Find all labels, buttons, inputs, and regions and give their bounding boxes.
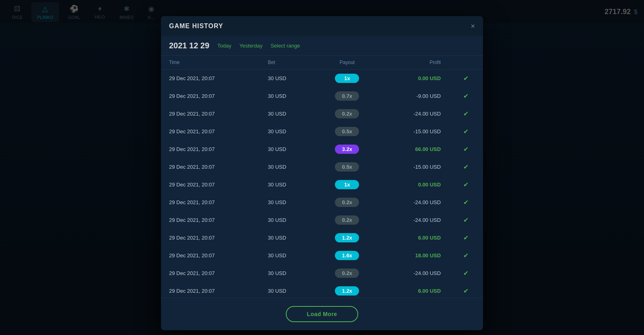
- cell-time: 29 Dec 2021, 20:07: [161, 141, 260, 158]
- cell-profit: -24.00 USD: [379, 105, 449, 123]
- modal-overlay: GAME HISTORY × 2021 12 29 Today Yesterda…: [0, 0, 644, 335]
- cell-payout: 0.2x: [315, 105, 379, 123]
- cell-verify: ✔: [449, 158, 483, 176]
- cell-time: 29 Dec 2021, 20:07: [161, 70, 260, 87]
- cell-bet: 30 USD: [260, 158, 315, 176]
- verify-icon: ✔: [463, 181, 469, 188]
- table-row[interactable]: 29 Dec 2021, 20:07 30 USD 1.2x 6.00 USD …: [161, 282, 483, 298]
- cell-time: 29 Dec 2021, 20:07: [161, 87, 260, 105]
- cell-payout: 0.2x: [315, 194, 379, 211]
- verify-icon: ✔: [463, 110, 469, 117]
- cell-profit: 6.00 USD: [379, 229, 449, 247]
- cell-time: 29 Dec 2021, 20:07: [161, 229, 260, 247]
- date-filter-row: 2021 12 29 Today Yesterday Select range: [161, 36, 483, 56]
- table-row[interactable]: 29 Dec 2021, 20:07 30 USD 0.7x -9.00 USD…: [161, 87, 483, 105]
- verify-icon: ✔: [463, 199, 469, 206]
- col-header-time: Time: [161, 56, 260, 70]
- verify-icon: ✔: [463, 234, 469, 241]
- cell-bet: 30 USD: [260, 282, 315, 298]
- cell-verify: ✔: [449, 70, 483, 87]
- payout-badge: 0.7x: [335, 91, 359, 101]
- cell-profit: -15.00 USD: [379, 158, 449, 176]
- payout-badge: 1.2x: [335, 233, 359, 242]
- table-row[interactable]: 29 Dec 2021, 20:07 30 USD 1.6x 18.00 USD…: [161, 247, 483, 265]
- load-more-container: Load More: [161, 298, 483, 330]
- table-row[interactable]: 29 Dec 2021, 20:07 30 USD 0.2x -24.00 US…: [161, 211, 483, 229]
- cell-verify: ✔: [449, 141, 483, 158]
- cell-verify: ✔: [449, 247, 483, 265]
- table-row[interactable]: 29 Dec 2021, 20:07 30 USD 0.2x -24.00 US…: [161, 265, 483, 282]
- verify-icon: ✔: [463, 93, 469, 99]
- date-display: 2021 12 29: [169, 41, 209, 50]
- payout-badge: 0.2x: [335, 215, 359, 225]
- payout-badge: 0.5x: [335, 162, 359, 172]
- cell-profit: 0.00 USD: [379, 176, 449, 194]
- table-row[interactable]: 29 Dec 2021, 20:07 30 USD 0.5x -15.00 US…: [161, 158, 483, 176]
- game-history-modal: GAME HISTORY × 2021 12 29 Today Yesterda…: [161, 16, 483, 330]
- cell-payout: 1.2x: [315, 282, 379, 298]
- payout-badge: 1x: [335, 74, 359, 83]
- history-table-container[interactable]: Time Bet Payout Profit 29 Dec 2021, 20:0…: [161, 56, 483, 298]
- today-button[interactable]: Today: [217, 43, 231, 49]
- cell-bet: 30 USD: [260, 194, 315, 211]
- modal-title: GAME HISTORY: [169, 23, 223, 30]
- cell-time: 29 Dec 2021, 20:07: [161, 282, 260, 298]
- cell-verify: ✔: [449, 123, 483, 141]
- history-table: Time Bet Payout Profit 29 Dec 2021, 20:0…: [161, 56, 483, 298]
- table-row[interactable]: 29 Dec 2021, 20:07 30 USD 0.5x -15.00 US…: [161, 123, 483, 141]
- cell-profit: -9.00 USD: [379, 87, 449, 105]
- cell-payout: 1.6x: [315, 247, 379, 265]
- cell-payout: 0.7x: [315, 87, 379, 105]
- verify-icon: ✔: [463, 217, 469, 223]
- table-row[interactable]: 29 Dec 2021, 20:07 30 USD 0.2x -24.00 US…: [161, 105, 483, 123]
- cell-bet: 30 USD: [260, 211, 315, 229]
- cell-profit: 18.00 USD: [379, 247, 449, 265]
- table-row[interactable]: 29 Dec 2021, 20:07 30 USD 3.2x 66.00 USD…: [161, 141, 483, 158]
- table-row[interactable]: 29 Dec 2021, 20:07 30 USD 0.2x -24.00 US…: [161, 194, 483, 211]
- verify-icon: ✔: [463, 146, 469, 153]
- cell-bet: 30 USD: [260, 141, 315, 158]
- cell-time: 29 Dec 2021, 20:07: [161, 176, 260, 194]
- payout-badge: 0.2x: [335, 109, 359, 118]
- payout-badge: 3.2x: [335, 145, 359, 154]
- cell-bet: 30 USD: [260, 70, 315, 87]
- payout-badge: 0.5x: [335, 127, 359, 136]
- payout-badge: 0.2x: [335, 269, 359, 278]
- cell-payout: 1x: [315, 176, 379, 194]
- table-row[interactable]: 29 Dec 2021, 20:07 30 USD 1x 0.00 USD ✔: [161, 70, 483, 87]
- cell-verify: ✔: [449, 176, 483, 194]
- cell-bet: 30 USD: [260, 247, 315, 265]
- cell-verify: ✔: [449, 87, 483, 105]
- cell-time: 29 Dec 2021, 20:07: [161, 105, 260, 123]
- cell-profit: -24.00 USD: [379, 265, 449, 282]
- yesterday-button[interactable]: Yesterday: [239, 43, 262, 49]
- payout-badge: 0.2x: [335, 198, 359, 207]
- cell-profit: 0.00 USD: [379, 70, 449, 87]
- cell-time: 29 Dec 2021, 20:07: [161, 211, 260, 229]
- load-more-button[interactable]: Load More: [286, 306, 358, 322]
- col-header-profit: Profit: [379, 56, 449, 70]
- verify-icon: ✔: [463, 75, 469, 82]
- cell-time: 29 Dec 2021, 20:07: [161, 123, 260, 141]
- verify-icon: ✔: [463, 163, 469, 170]
- col-header-payout: Payout: [315, 56, 379, 70]
- cell-payout: 3.2x: [315, 141, 379, 158]
- col-header-bet: Bet: [260, 56, 315, 70]
- cell-payout: 1x: [315, 70, 379, 87]
- cell-bet: 30 USD: [260, 87, 315, 105]
- verify-icon: ✔: [463, 252, 469, 259]
- cell-payout: 0.2x: [315, 211, 379, 229]
- cell-bet: 30 USD: [260, 229, 315, 247]
- cell-payout: 0.5x: [315, 158, 379, 176]
- select-range-button[interactable]: Select range: [270, 43, 300, 49]
- modal-close-button[interactable]: ×: [471, 23, 475, 30]
- cell-verify: ✔: [449, 229, 483, 247]
- cell-payout: 1.2x: [315, 229, 379, 247]
- verify-icon: ✔: [463, 287, 469, 294]
- verify-icon: ✔: [463, 270, 469, 277]
- verify-icon: ✔: [463, 128, 469, 135]
- table-row[interactable]: 29 Dec 2021, 20:07 30 USD 1.2x 6.00 USD …: [161, 229, 483, 247]
- table-row[interactable]: 29 Dec 2021, 20:07 30 USD 1x 0.00 USD ✔: [161, 176, 483, 194]
- cell-verify: ✔: [449, 211, 483, 229]
- cell-bet: 30 USD: [260, 123, 315, 141]
